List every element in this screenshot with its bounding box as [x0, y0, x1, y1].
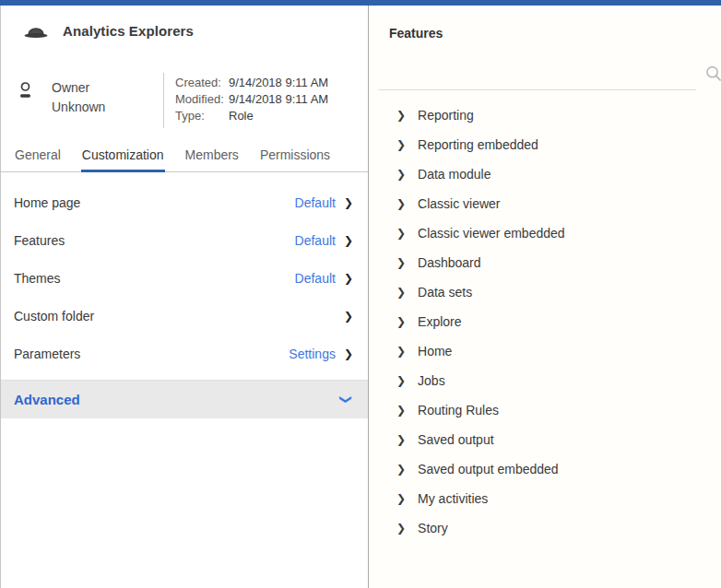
setting-label: Themes — [14, 271, 61, 286]
meta-block: Created: 9/14/2018 9:11 AM Modified: 9/1… — [164, 73, 328, 124]
chevron-right-icon: ❯ — [344, 235, 353, 246]
chevron-right-icon: ❯ — [396, 287, 406, 298]
meta-row-type: Type: Role — [175, 108, 328, 124]
feature-label: Home — [418, 344, 452, 359]
setting-row-parameters[interactable]: Parameters Settings ❯ — [1, 335, 368, 372]
feature-label: Story — [418, 521, 448, 535]
feature-label: Reporting embedded — [418, 137, 538, 152]
chevron-right-icon: ❯ — [344, 348, 353, 359]
chevron-right-icon: ❯ — [396, 346, 406, 357]
chevron-right-icon: ❯ — [396, 228, 406, 239]
chevron-right-icon: ❯ — [396, 523, 406, 534]
features-search-row — [378, 57, 721, 90]
owner-meta-section: Owner Unknown Created: 9/14/2018 9:11 AM… — [18, 73, 355, 128]
setting-action-link[interactable]: Default — [295, 233, 336, 248]
features-panel: Features ❯ Reporting ❯ Reporting embedde… — [369, 6, 721, 588]
advanced-section-toggle[interactable]: Advanced ❯ — [1, 380, 368, 418]
role-hat-icon — [23, 22, 49, 40]
feature-label: Jobs — [418, 373, 445, 388]
meta-value: 9/14/2018 9:11 AM — [229, 75, 328, 91]
chevron-right-icon: ❯ — [396, 375, 406, 386]
feature-item-story[interactable]: ❯ Story — [369, 513, 721, 543]
feature-item-data-module[interactable]: ❯ Data module — [369, 159, 721, 189]
meta-value: 9/14/2018 9:11 AM — [229, 91, 328, 108]
tab-customization[interactable]: Customization — [81, 144, 165, 172]
advanced-label: Advanced — [14, 392, 80, 407]
feature-label: Data sets — [418, 285, 472, 300]
chevron-right-icon: ❯ — [344, 197, 353, 208]
feature-label: Classic viewer — [418, 196, 500, 211]
features-search-input[interactable] — [378, 59, 696, 90]
meta-row-modified: Modified: 9/14/2018 9:11 AM — [175, 91, 328, 108]
meta-label: Created: — [175, 75, 229, 91]
main-layout: Analytics Explorers Owner Unknown Crea — [0, 6, 721, 588]
tab-general[interactable]: General — [14, 144, 62, 172]
feature-item-reporting[interactable]: ❯ Reporting — [369, 100, 721, 130]
chevron-right-icon: ❯ — [396, 257, 406, 268]
setting-label: Custom folder — [14, 309, 94, 323]
setting-label: Parameters — [14, 347, 80, 361]
feature-item-dashboard[interactable]: ❯ Dashboard — [369, 248, 721, 277]
chevron-right-icon: ❯ — [396, 493, 406, 504]
feature-item-saved-output-embedded[interactable]: ❯ Saved output embedded — [369, 454, 721, 484]
tab-permissions[interactable]: Permissions — [259, 144, 331, 172]
feature-item-classic-viewer-embedded[interactable]: ❯ Classic viewer embedded — [369, 218, 721, 248]
chevron-right-icon: ❯ — [396, 464, 406, 475]
chevron-right-icon: ❯ — [396, 169, 406, 180]
feature-label: Classic viewer embedded — [418, 226, 565, 241]
feature-item-home[interactable]: ❯ Home — [369, 336, 721, 366]
chevron-right-icon: ❯ — [396, 198, 406, 209]
feature-label: Saved output — [418, 432, 494, 447]
feature-item-reporting-embedded[interactable]: ❯ Reporting embedded — [369, 130, 721, 159]
page-title: Analytics Explorers — [63, 23, 194, 39]
feature-item-explore[interactable]: ❯ Explore — [369, 307, 721, 336]
tab-bar: General Customization Members Permission… — [1, 144, 368, 172]
setting-action-link[interactable]: Default — [295, 195, 336, 210]
setting-row-features[interactable]: Features Default ❯ — [1, 221, 368, 259]
role-details-panel: Analytics Explorers Owner Unknown Crea — [1, 6, 369, 588]
feature-item-routing-rules[interactable]: ❯ Routing Rules — [369, 395, 721, 425]
chevron-right-icon: ❯ — [344, 311, 353, 322]
chevron-right-icon: ❯ — [396, 405, 406, 416]
meta-value: Role — [229, 108, 254, 124]
setting-row-custom-folder[interactable]: Custom folder ❯ — [1, 297, 368, 335]
setting-action-link[interactable]: Settings — [289, 347, 336, 361]
feature-label: Saved output embedded — [418, 462, 559, 476]
feature-item-data-sets[interactable]: ❯ Data sets — [369, 277, 721, 307]
customization-settings-list: Home page Default ❯ Features Default ❯ T… — [1, 183, 368, 372]
search-icon[interactable] — [704, 65, 721, 83]
feature-label: Routing Rules — [418, 403, 499, 417]
role-header: Analytics Explorers — [23, 22, 355, 40]
setting-row-home-page[interactable]: Home page Default ❯ — [1, 183, 368, 221]
feature-label: Dashboard — [418, 255, 481, 270]
person-icon — [18, 81, 33, 117]
owner-value: Unknown — [52, 98, 105, 117]
feature-label: Explore — [418, 314, 461, 329]
owner-text: Owner Unknown — [52, 78, 105, 117]
owner-block: Owner Unknown — [18, 73, 163, 117]
setting-action-link[interactable]: Default — [295, 271, 336, 286]
owner-label: Owner — [52, 78, 105, 98]
feature-item-jobs[interactable]: ❯ Jobs — [369, 366, 721, 395]
chevron-right-icon: ❯ — [396, 434, 406, 445]
setting-label: Home page — [14, 195, 80, 210]
meta-row-created: Created: 9/14/2018 9:11 AM — [175, 75, 328, 91]
features-panel-title: Features — [389, 26, 721, 41]
chevron-down-icon: ❯ — [340, 394, 352, 405]
feature-item-saved-output[interactable]: ❯ Saved output — [369, 425, 721, 454]
setting-label: Features — [14, 233, 65, 248]
feature-label: Data module — [418, 167, 491, 182]
feature-label: My activities — [418, 491, 488, 506]
chevron-right-icon: ❯ — [396, 139, 406, 150]
feature-label: Reporting — [418, 108, 474, 123]
chevron-right-icon: ❯ — [396, 316, 406, 327]
feature-list: ❯ Reporting ❯ Reporting embedded ❯ Data … — [369, 100, 721, 543]
chevron-right-icon: ❯ — [396, 110, 406, 121]
feature-item-classic-viewer[interactable]: ❯ Classic viewer — [369, 189, 721, 218]
meta-label: Type: — [175, 108, 229, 124]
setting-row-themes[interactable]: Themes Default ❯ — [1, 259, 368, 297]
chevron-right-icon: ❯ — [344, 273, 353, 284]
meta-label: Modified: — [175, 91, 229, 108]
feature-item-my-activities[interactable]: ❯ My activities — [369, 484, 721, 513]
tab-members[interactable]: Members — [184, 144, 240, 172]
